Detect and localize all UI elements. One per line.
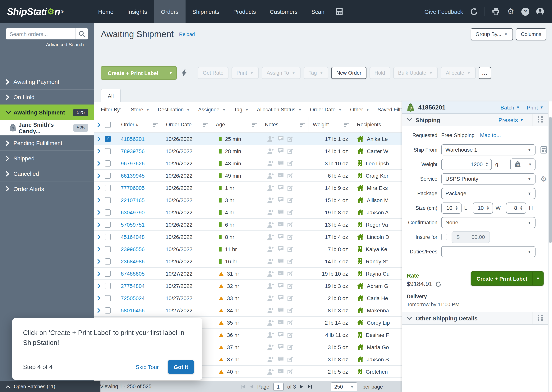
account-icon[interactable] <box>536 7 544 16</box>
search-button[interactable] <box>75 28 88 39</box>
assign-user-action[interactable] <box>267 136 274 142</box>
column-header-age[interactable]: Age <box>212 117 261 132</box>
filter-allocation-status[interactable]: Allocation Status▼ <box>257 107 302 112</box>
prev-page-icon[interactable] <box>250 384 253 389</box>
add-note-action[interactable] <box>277 234 284 240</box>
size-width-input[interactable]: 10▲▼ <box>473 202 493 213</box>
size-length-input[interactable]: 10▲▼ <box>441 202 462 213</box>
assign-user-action[interactable] <box>267 221 274 228</box>
assign-user-action[interactable] <box>267 356 274 362</box>
add-note-action[interactable] <box>277 332 284 338</box>
sidebar-item-on-hold[interactable]: On Hold <box>0 89 94 105</box>
row-checkbox[interactable] <box>105 270 111 277</box>
filter-other[interactable]: Other▼ <box>350 107 369 112</box>
assign-user-action[interactable] <box>267 344 274 350</box>
row-checkbox[interactable]: ✓ <box>105 136 111 142</box>
nav-item-scan[interactable]: Scan <box>304 0 331 23</box>
assign-user-action[interactable] <box>267 283 274 289</box>
shipping-section-header[interactable]: Shipping Presets▼ <box>402 114 548 126</box>
add-note-action[interactable] <box>277 357 284 362</box>
edit-order-action[interactable] <box>287 148 293 154</box>
edit-order-action[interactable] <box>287 258 293 264</box>
order-link[interactable]: 77706005 <box>121 185 145 191</box>
row-checkbox[interactable] <box>105 221 111 228</box>
assign-user-action[interactable] <box>267 160 274 166</box>
hold-button[interactable]: Hold <box>370 67 390 79</box>
sidebar-item-awaiting-shipment[interactable]: Awaiting Shipment525 <box>0 105 94 120</box>
row-checkbox[interactable] <box>105 234 111 240</box>
row-expand-icon[interactable] <box>97 283 101 288</box>
edit-order-action[interactable] <box>287 283 293 289</box>
row-expand-icon[interactable] <box>97 136 101 141</box>
scale-button[interactable]: w ▼ <box>510 158 536 170</box>
assign-user-action[interactable] <box>267 172 274 179</box>
add-note-action[interactable] <box>277 259 284 264</box>
row-checkbox[interactable] <box>105 185 111 191</box>
open-batches-bar[interactable]: Open Batches (11) <box>0 381 101 392</box>
row-checkbox[interactable] <box>105 172 111 179</box>
edit-order-action[interactable] <box>287 356 293 362</box>
assign-user-action[interactable] <box>267 307 274 313</box>
select-all-checkbox[interactable] <box>105 122 111 128</box>
edit-order-action[interactable] <box>287 319 293 326</box>
assign-user-action[interactable] <box>267 368 274 375</box>
row-expand-icon[interactable] <box>97 210 101 215</box>
refresh-icon[interactable] <box>470 7 478 16</box>
order-link[interactable]: 22107165 <box>121 197 145 203</box>
row-expand-icon[interactable] <box>97 161 101 166</box>
row-expand-icon[interactable] <box>97 149 101 153</box>
expand-all-icon[interactable] <box>97 122 101 127</box>
add-note-action[interactable] <box>277 148 284 154</box>
group-by-button[interactable]: Group By...▼ <box>471 28 513 40</box>
assign-user-action[interactable] <box>267 332 274 338</box>
row-expand-icon[interactable] <box>97 185 101 190</box>
rate-calculator-icon[interactable] <box>539 146 548 153</box>
assign-user-action[interactable] <box>267 185 274 191</box>
row-checkbox[interactable] <box>105 258 111 264</box>
edit-order-action[interactable] <box>287 136 293 142</box>
row-checkbox[interactable] <box>105 246 111 252</box>
order-link[interactable]: 23684986 <box>121 258 145 264</box>
weight-input[interactable]: 1200▲▼ <box>441 159 492 170</box>
first-page-icon[interactable] <box>240 384 246 389</box>
order-link[interactable]: 66139945 <box>121 172 145 179</box>
edit-order-action[interactable] <box>287 368 293 375</box>
nav-item-insights[interactable]: Insights <box>120 0 154 23</box>
add-note-action[interactable] <box>277 246 284 252</box>
order-link[interactable]: 87488605 <box>121 270 145 277</box>
advanced-search-link[interactable]: Advanced Search... <box>0 39 94 51</box>
drag-handle[interactable] <box>532 312 548 324</box>
order-link[interactable]: 78939756 <box>121 148 145 154</box>
assign-user-action[interactable] <box>267 295 274 301</box>
other-shipping-details-header[interactable]: Other Shipping Details <box>402 312 548 325</box>
panel-create-print-caret[interactable]: ▼ <box>532 272 543 285</box>
get-rate-button[interactable]: Get Rate <box>198 67 228 79</box>
assign-user-action[interactable] <box>267 258 274 264</box>
got-it-button[interactable]: Got It <box>168 360 194 374</box>
page-number-input[interactable]: 1 <box>273 383 283 391</box>
edit-order-action[interactable] <box>287 209 293 215</box>
row-expand-icon[interactable] <box>97 173 101 178</box>
edit-order-action[interactable] <box>287 185 293 191</box>
insure-checkbox[interactable] <box>441 234 447 240</box>
add-note-action[interactable] <box>277 197 284 203</box>
add-note-action[interactable] <box>277 308 284 313</box>
add-note-action[interactable] <box>277 320 284 325</box>
edit-order-action[interactable] <box>287 246 293 252</box>
more-actions-button[interactable]: ... <box>479 67 491 79</box>
order-link[interactable]: 27754804 <box>121 283 145 289</box>
order-link[interactable]: 72505024 <box>121 295 145 301</box>
nav-item-orders[interactable]: Orders <box>154 0 185 23</box>
filter-destination[interactable]: Destination▼ <box>158 107 190 112</box>
insure-amount-input[interactable]: $00.00 <box>451 231 490 243</box>
order-link[interactable]: 96797626 <box>121 160 145 166</box>
row-expand-icon[interactable] <box>97 271 101 276</box>
filter-tag[interactable]: Tag▼ <box>234 107 249 112</box>
print-dropdown[interactable]: Print▼ <box>527 104 544 111</box>
bulk-update-button[interactable]: Bulk Update▼ <box>393 67 438 79</box>
package-select[interactable]: Package▼ <box>441 188 536 199</box>
order-link[interactable]: 58016456 <box>121 307 145 313</box>
edit-order-action[interactable] <box>287 172 293 179</box>
ship-from-select[interactable]: Warehouse 1▼ <box>441 144 536 155</box>
row-expand-icon[interactable] <box>97 296 101 300</box>
